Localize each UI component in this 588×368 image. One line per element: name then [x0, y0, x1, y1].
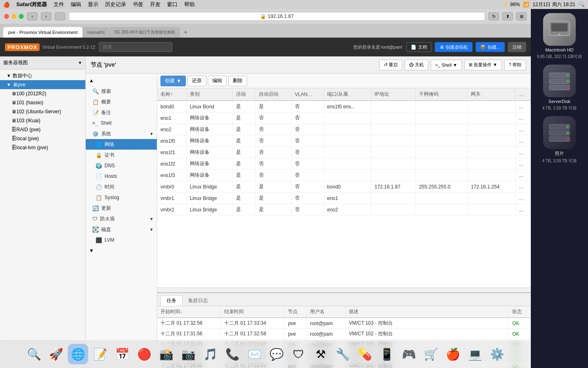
tree-pve-node[interactable]: ▼ 🖥 pve [0, 80, 85, 89]
network-table-row[interactable]: vmbr1 Linux Bridge 是 是 否 eno1 ... [157, 193, 531, 204]
pve-search-input[interactable] [99, 42, 172, 52]
view-expand-icon[interactable]: ▼ [78, 61, 82, 65]
network-table-row[interactable]: ens1f3 网络设备 是 否 否 ... [157, 170, 531, 181]
col-ports[interactable]: 端口/从属 [323, 88, 371, 101]
dock-appstore[interactable]: 🍎 [443, 344, 463, 364]
tree-storage-lvm[interactable]: 🗄 local-lvm (pve) [0, 143, 85, 152]
sidebar-item-cert[interactable]: 🔒 证书 [86, 150, 157, 160]
create-network-button[interactable]: 创建 ▼ [160, 76, 186, 86]
menu-safari[interactable]: Safari浏览器 [16, 1, 47, 8]
menu-edit[interactable]: 编辑 [71, 1, 81, 8]
menu-develop[interactable]: 开发 [150, 1, 160, 8]
task-row[interactable]: 十二月 01 17:31:56 十二月 01 17:32:58 pve root… [157, 329, 531, 339]
sidebar-toggle[interactable] [55, 12, 65, 20]
col-autostart[interactable]: 自动启动 [255, 88, 291, 101]
tree-vm-101[interactable]: 🖥 101 (hassio) [0, 98, 85, 107]
edit-network-button[interactable]: 编辑 [208, 76, 227, 86]
dock-music[interactable]: 🎵 [200, 344, 220, 364]
sidebar-item-shell[interactable]: >_ Shell [86, 118, 157, 128]
reload-button[interactable]: ↻ [488, 12, 499, 20]
dock-launchpad[interactable]: 🚀 [46, 344, 66, 364]
sidebar-down-arrow[interactable]: ▼ [86, 245, 157, 256]
share-button[interactable]: ⬆ [502, 12, 513, 20]
dock-misc7[interactable]: 🛒 [421, 344, 441, 364]
photos-icon[interactable]: 照片 4 TB, 3.59 TB 可用 [542, 116, 577, 164]
dock-messages[interactable]: 💬 [266, 344, 287, 364]
col-vlan[interactable]: VLAN... [291, 88, 323, 101]
scrollbar[interactable] [157, 287, 531, 292]
sidebar-item-search[interactable]: 🔍 搜索 [86, 86, 157, 96]
col-end-time[interactable]: 结束时间 [221, 306, 285, 318]
menu-bookmarks[interactable]: 书签 [133, 1, 143, 8]
dock-terminal[interactable]: 💻 [465, 344, 485, 364]
dock-misc3[interactable]: 🔧 [332, 344, 353, 364]
dock-misc5[interactable]: 📱 [376, 344, 397, 364]
network-table-row[interactable]: eno2 网络设备 是 否 否 ... [157, 124, 531, 135]
close-button[interactable] [4, 14, 9, 19]
network-table-row[interactable]: ens1f2 网络设备 是 否 否 ... [157, 158, 531, 170]
col-mask[interactable]: 子网掩码 [416, 88, 468, 101]
sidebar-item-time[interactable]: 🕐 时间 [86, 182, 157, 192]
restore-button[interactable]: 还原 [187, 76, 206, 86]
dock-misc2[interactable]: ⚒ [310, 344, 331, 364]
col-node[interactable]: 节点 [285, 306, 307, 318]
sidebar-item-firewall[interactable]: 🛡 防火墙 ▼ [86, 213, 157, 224]
dock-sysprefs[interactable]: ⚙️ [487, 344, 507, 364]
sidebar-item-lvm[interactable]: ⬛ LVM [86, 235, 157, 245]
menu-history[interactable]: 历史记录 [105, 1, 126, 8]
tab-homekit[interactable]: HomeKit [82, 27, 109, 38]
col-status[interactable]: 状态 [509, 306, 531, 318]
network-table-row[interactable]: ens1f1 网络设备 是 否 否 ... [157, 147, 531, 158]
dock-finder[interactable]: 🔍 [24, 344, 44, 364]
new-tab-button[interactable]: ⊞ [516, 12, 527, 20]
menu-view[interactable]: 显示 [88, 1, 98, 8]
dock-calendar[interactable]: 📅 [112, 344, 132, 364]
col-username[interactable]: 用户名 [306, 306, 345, 318]
dock-notes[interactable]: 📝 [90, 344, 110, 364]
sidebar-item-dns[interactable]: 🌍 DNS [86, 160, 157, 171]
network-table-row[interactable]: ens1f0 网络设备 是 否 否 ... [157, 135, 531, 147]
url-bar[interactable]: 🔒 192.16.1.87 [69, 12, 485, 21]
dock-facetime[interactable]: 📷 [178, 344, 198, 364]
col-name[interactable]: 名称↑ [157, 88, 186, 101]
col-start-time[interactable]: 开始时间↓ [157, 306, 221, 318]
col-active[interactable]: 活动 [233, 88, 256, 101]
sidebar-item-system[interactable]: ⚙️ 系统 ▼ [86, 128, 157, 139]
sidebar-item-hosts[interactable]: 📄 Hosts [86, 171, 157, 182]
tree-vm-103[interactable]: 🖥 103 (IKuai) [0, 116, 85, 125]
network-table-row[interactable]: eno1 网络设备 是 否 否 ... [157, 112, 531, 124]
sidebar-item-notes[interactable]: 📝 备注 [86, 107, 157, 118]
help-button[interactable]: ? 帮助 [504, 60, 526, 70]
restart-button[interactable]: ↺ 重启 [379, 60, 402, 70]
minimize-button[interactable] [11, 14, 16, 19]
bulk-ops-button[interactable]: ⊞ 批量操作 ▼ [464, 60, 502, 70]
menu-help[interactable]: 帮助 [184, 1, 195, 8]
apple-menu[interactable]: 🍎 [3, 2, 10, 8]
server-disk-icon[interactable]: ServerDisk 4 TB, 3.59 TB 可用 [542, 65, 577, 111]
dock-mail[interactable]: ✉️ [244, 344, 265, 364]
fullscreen-button[interactable] [19, 14, 24, 19]
macintosh-hd-icon[interactable]: Macintosh HD 9.85 GB, 202.71 GB可用 [537, 13, 582, 60]
tab-pve[interactable]: pve - Proxmox Virtual Environment [3, 27, 82, 38]
dock-reminders[interactable]: 🔴 [134, 344, 154, 364]
search-icon[interactable]: 🔍 [579, 2, 585, 7]
new-tab-button-tab[interactable]: + [180, 27, 191, 38]
network-table-row[interactable]: vmbr2 Linux Bridge 是 是 否 eno2 ... [157, 204, 531, 215]
dock-safari[interactable]: 🌐 [68, 344, 88, 364]
sidebar-item-summary[interactable]: 📋 概要 [86, 96, 157, 107]
tab-tasks[interactable]: 任务 [160, 295, 183, 306]
tree-vm-102[interactable]: 🖥 102 (Ubuntu-Server) [0, 107, 85, 116]
sidebar-item-network[interactable]: 🌐 网络 [86, 139, 157, 150]
tree-storage-raid[interactable]: 🗄 RAID (pve) [0, 125, 85, 134]
menu-file[interactable]: 文件 [53, 1, 64, 8]
tab-cluster-log[interactable]: 集群日志 [183, 295, 214, 306]
logout-button[interactable]: 注销 [508, 42, 526, 52]
tree-datacenter[interactable]: ▼ 数据中心 [0, 71, 85, 80]
col-desc[interactable]: 描述 [345, 306, 509, 318]
dock-photos[interactable]: 📸 [156, 344, 176, 364]
delete-network-button[interactable]: 删除 [228, 76, 247, 86]
sidebar-up-arrow[interactable]: ▲ [86, 75, 157, 86]
tab-sg[interactable]: SG 200-08 8 端口千兆智能交换机 [109, 27, 180, 38]
shutdown-button[interactable]: ⏻ 关机 [405, 60, 428, 70]
network-table-row[interactable]: vmbr0 Linux Bridge 是 是 否 bond0 172.16.1.… [157, 181, 531, 193]
